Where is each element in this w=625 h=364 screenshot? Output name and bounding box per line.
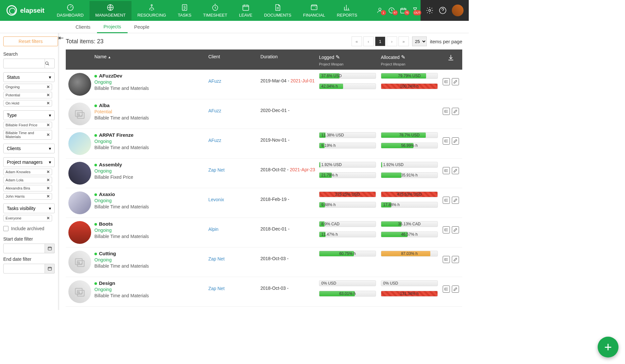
col-client[interactable]: Client [208, 54, 260, 59]
edit-icon[interactable] [452, 108, 459, 115]
filter-chip[interactable]: Billable Fixed Price✕ [3, 122, 52, 128]
remove-chip-icon[interactable]: ✕ [47, 123, 50, 127]
notif-calendar-icon[interactable]: 75 [400, 7, 407, 14]
nav-management[interactable]: MANAGEMENT [90, 1, 132, 20]
collapse-sidebar-icon[interactable]: ⇤ [58, 34, 64, 42]
filter-chip[interactable]: Adam Knowles✕ [3, 169, 52, 175]
tasks-dropdown[interactable]: Tasks visibility▾ [3, 203, 55, 213]
project-name[interactable]: Design [94, 280, 208, 286]
page-next[interactable]: › [387, 36, 397, 46]
remove-chip-icon[interactable]: ✕ [47, 101, 50, 105]
filter-chip[interactable]: Adam Lola✕ [3, 177, 52, 183]
project-name[interactable]: Cutting [94, 251, 208, 256]
user-avatar[interactable] [452, 5, 464, 16]
project-name[interactable]: Boots [94, 221, 208, 227]
notif-hourglass-icon[interactable]: OUT [411, 7, 419, 14]
page-first[interactable]: « [352, 36, 362, 46]
details-icon[interactable] [443, 78, 450, 85]
project-avatar[interactable] [68, 191, 91, 214]
col-duration[interactable]: Duration [260, 54, 319, 59]
nav-financial[interactable]: FINANCIAL [297, 1, 331, 20]
page-size-select[interactable]: 25 [412, 36, 427, 46]
client-link[interactable]: Zap Net [208, 286, 225, 291]
details-icon[interactable] [443, 137, 450, 145]
page-last[interactable]: » [398, 36, 409, 46]
client-link[interactable]: AFuzz [208, 138, 221, 143]
col-name[interactable]: Name▲ [94, 54, 208, 59]
project-avatar[interactable] [68, 132, 91, 155]
remove-chip-icon[interactable]: ✕ [47, 216, 50, 220]
tab-people[interactable]: People [128, 21, 156, 33]
details-icon[interactable] [443, 256, 450, 263]
project-avatar[interactable] [68, 73, 91, 96]
filter-chip[interactable]: Everyone✕ [3, 215, 52, 221]
details-icon[interactable] [443, 226, 450, 233]
search-input[interactable] [3, 59, 45, 68]
start-date-picker-button[interactable] [45, 244, 55, 253]
remove-chip-icon[interactable]: ✕ [47, 186, 50, 190]
client-link[interactable]: Levonix [208, 197, 224, 202]
logo[interactable]: elapseit [0, 5, 51, 16]
page-prev[interactable]: ‹ [363, 36, 374, 46]
include-archived-checkbox[interactable]: Include archived [3, 226, 55, 231]
edit-icon[interactable]: ✎ [336, 54, 340, 60]
nav-reports[interactable]: REPORTS [331, 1, 363, 20]
remove-chip-icon[interactable]: ✕ [47, 194, 50, 199]
remove-chip-icon[interactable]: ✕ [47, 85, 50, 89]
filter-chip[interactable]: Ongoing✕ [3, 84, 52, 90]
project-name[interactable]: ARPAT Firenze [94, 132, 208, 138]
clients-dropdown[interactable]: Clients▾ [3, 144, 55, 153]
reset-filters-button[interactable]: Reset filters [3, 36, 58, 46]
download-icon[interactable] [447, 54, 454, 61]
notif-clock-icon[interactable]: 47 [388, 7, 395, 14]
pm-dropdown[interactable]: Project managers▾ [3, 157, 55, 167]
nav-dashboard[interactable]: DASHBOARD [51, 1, 89, 20]
tab-clients[interactable]: Clients [69, 21, 97, 33]
project-name[interactable]: Alba [94, 103, 208, 108]
col-allocated[interactable]: Allocated ✎Project lifespan [381, 54, 439, 66]
project-name[interactable]: AFuzzDev [94, 73, 208, 78]
status-dropdown[interactable]: Status▾ [3, 72, 55, 82]
project-avatar[interactable] [68, 221, 91, 244]
details-icon[interactable] [443, 167, 450, 174]
filter-chip[interactable]: Alexandra Bira✕ [3, 185, 52, 191]
project-name[interactable]: Assembly [94, 162, 208, 167]
project-avatar[interactable] [68, 251, 91, 273]
project-avatar[interactable] [68, 103, 91, 125]
details-icon[interactable] [443, 286, 450, 293]
type-dropdown[interactable]: Type▾ [3, 110, 55, 120]
filter-chip[interactable]: On Hold✕ [3, 100, 52, 106]
filter-chip[interactable]: Billable Time and Materials✕ [3, 130, 52, 140]
edit-icon[interactable]: ✎ [401, 54, 405, 60]
project-name[interactable]: Axaxio [94, 191, 208, 197]
remove-chip-icon[interactable]: ✕ [47, 170, 50, 174]
remove-chip-icon[interactable]: ✕ [47, 178, 50, 182]
nav-tasks[interactable]: TASKS [172, 1, 197, 20]
page-current[interactable]: 1 [375, 36, 385, 46]
project-avatar[interactable] [68, 162, 91, 185]
col-logged[interactable]: Logged ✎Project lifespan [319, 54, 381, 66]
edit-icon[interactable] [452, 226, 459, 233]
project-avatar[interactable] [68, 280, 91, 303]
edit-icon[interactable] [452, 78, 459, 85]
details-icon[interactable] [443, 197, 450, 204]
edit-icon[interactable] [452, 197, 459, 204]
remove-chip-icon[interactable]: ✕ [47, 93, 50, 97]
settings-icon[interactable] [426, 7, 434, 14]
client-link[interactable]: Zap Net [208, 167, 225, 173]
nav-timesheet[interactable]: TIMESHEET [197, 1, 233, 20]
filter-chip[interactable]: Potential✕ [3, 92, 52, 98]
nav-resourcing[interactable]: RESOURCING [132, 1, 172, 20]
client-link[interactable]: Alpin [208, 227, 218, 232]
edit-icon[interactable] [452, 256, 459, 263]
client-link[interactable]: AFuzz [208, 108, 221, 113]
end-date-input[interactable] [3, 264, 45, 273]
end-date-picker-button[interactable] [45, 264, 55, 273]
tab-projects[interactable]: Projects [97, 21, 128, 33]
help-icon[interactable] [439, 7, 447, 14]
filter-chip[interactable]: John Harris✕ [3, 193, 52, 200]
remove-chip-icon[interactable]: ✕ [47, 133, 50, 137]
notif-person-icon[interactable]: 1 [376, 7, 383, 14]
edit-icon[interactable] [452, 137, 459, 145]
search-button[interactable] [45, 59, 55, 68]
